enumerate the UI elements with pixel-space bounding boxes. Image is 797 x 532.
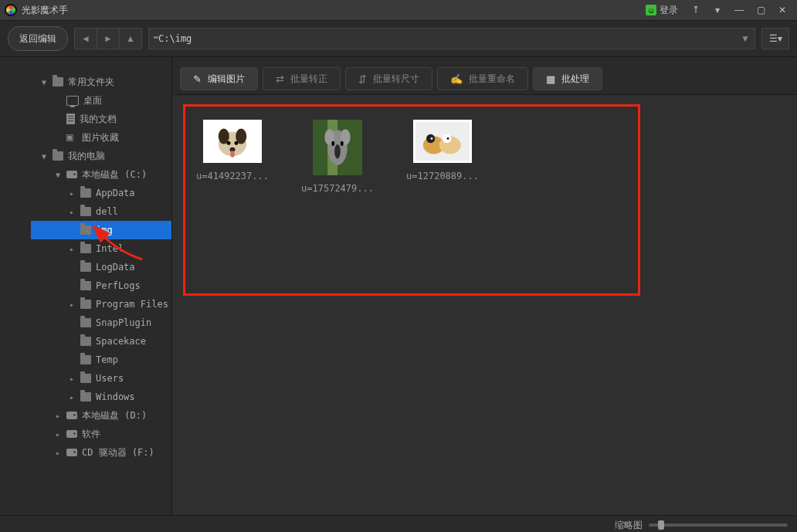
- status-bar: 缩略图: [0, 515, 797, 532]
- drive-icon: [66, 412, 77, 419]
- svg-point-7: [230, 151, 235, 158]
- thumbnail-area[interactable]: u=41492237...u=17572479...u=12720889...: [172, 95, 797, 515]
- tree-node-snapplugin[interactable]: SnapPlugin: [31, 313, 171, 332]
- thumbnail-caption: u=12720889...: [406, 171, 479, 181]
- tree-node-users[interactable]: ▸Users: [31, 369, 171, 388]
- tree-node-img[interactable]: img: [31, 221, 171, 239]
- tree-node-program-files[interactable]: ▸Program Files: [31, 295, 171, 313]
- tab-label: 批量转尺寸: [373, 73, 419, 86]
- tree-node-cd-f-[interactable]: ▸CD 驱动器 (F:): [31, 443, 171, 462]
- thumbnail-caption: u=41492237...: [196, 171, 269, 181]
- folder-icon: [80, 281, 91, 290]
- caret-collapsed-icon[interactable]: ▸: [68, 374, 76, 383]
- tree-label: Spacekace: [96, 336, 146, 347]
- caret-collapsed-icon[interactable]: ▸: [54, 412, 62, 420]
- caret-collapsed-icon[interactable]: ▸: [68, 393, 76, 402]
- thumbnail-caption: u=17572479...: [301, 183, 374, 194]
- folder-icon: [53, 151, 63, 161]
- caret-collapsed-icon[interactable]: ▸: [68, 208, 76, 216]
- tab-icon: ✎: [193, 73, 202, 85]
- login-label: 登录: [660, 4, 678, 17]
- tree-node-intel[interactable]: ▸Intel: [31, 239, 171, 258]
- tree-node--c-[interactable]: ▼本地磁盘 (C:): [31, 165, 171, 184]
- tab-label: 批量转正: [290, 73, 327, 86]
- thumbnail-item[interactable]: u=17572479...: [300, 120, 375, 194]
- tree-node-perflogs[interactable]: PerfLogs: [31, 276, 171, 295]
- tab-icon: ⇄: [276, 73, 284, 85]
- app-logo-icon: [5, 4, 17, 16]
- thumbnail-image: [313, 120, 362, 175]
- tree-label: SnapPlugin: [96, 317, 151, 328]
- tree-node--[interactable]: 我的文档: [31, 110, 171, 128]
- path-dropdown-icon[interactable]: ▼: [741, 33, 750, 44]
- tree-label: 图片收藏: [82, 131, 119, 144]
- svg-point-22: [447, 137, 449, 140]
- nav-up-button[interactable]: ▲: [120, 28, 142, 49]
- login-button[interactable]: ☺ 登录: [639, 4, 684, 17]
- caret-expanded-icon[interactable]: ▼: [40, 152, 48, 161]
- tree-label: dell: [96, 206, 118, 217]
- tree-node-windows[interactable]: ▸Windows: [31, 388, 171, 406]
- thumbnail-image: [413, 120, 472, 163]
- tree-node-appdata[interactable]: ▸AppData: [31, 184, 171, 202]
- tree-label: Users: [96, 373, 124, 384]
- tree-node--[interactable]: ▣图片收藏: [31, 128, 171, 147]
- caret-collapsed-icon[interactable]: ▸: [68, 245, 76, 253]
- tree-node--d-[interactable]: ▸本地磁盘 (D:): [31, 406, 171, 425]
- thumbnail-item[interactable]: u=41492237...: [195, 120, 270, 194]
- caret-collapsed-icon[interactable]: ▸: [54, 449, 62, 457]
- tree-label: img: [96, 225, 113, 236]
- back-to-edit-button[interactable]: 返回编辑: [8, 26, 68, 51]
- pin-button[interactable]: ⤒: [686, 2, 706, 18]
- nav-back-button[interactable]: ◄: [74, 28, 97, 49]
- tree-label: Windows: [96, 391, 135, 402]
- maximize-button[interactable]: ▢: [751, 2, 771, 18]
- caret-collapsed-icon[interactable]: ▸: [54, 430, 62, 439]
- close-button[interactable]: ✕: [772, 2, 792, 18]
- back-label: 返回编辑: [19, 32, 56, 46]
- tree-node-temp[interactable]: Temp: [31, 351, 171, 369]
- thumbnail-item[interactable]: u=12720889...: [405, 120, 480, 194]
- tab-批量重命名[interactable]: ✍批量重命名: [437, 67, 528, 90]
- thumbnail-size-slider[interactable]: [649, 524, 788, 527]
- drive-icon: [66, 449, 77, 456]
- tab-批量转正[interactable]: ⇄批量转正: [263, 67, 341, 90]
- nav-toolbar: 返回编辑 ◄ ► ▲ C:\img ▼ ☰▾: [0, 21, 797, 57]
- tree-node-spacekace[interactable]: Spacekace: [31, 332, 171, 351]
- tab-label: 编辑图片: [208, 73, 245, 86]
- path-bar[interactable]: C:\img ▼: [148, 28, 755, 49]
- nav-forward-button[interactable]: ►: [97, 28, 120, 49]
- tree-node--[interactable]: ▸软件: [31, 425, 171, 443]
- folder-icon: [80, 355, 91, 364]
- tree-node-logdata[interactable]: LogData: [31, 258, 171, 276]
- doc-icon: [66, 114, 75, 124]
- tree-label: Intel: [96, 243, 124, 254]
- tree-node--[interactable]: ▼常用文件夹: [31, 73, 171, 91]
- menu-dropdown-button[interactable]: ▾: [707, 2, 727, 18]
- thumbnail-image: [203, 120, 262, 163]
- caret-expanded-icon[interactable]: ▼: [54, 171, 62, 179]
- tree-node--[interactable]: ▼我的电脑: [31, 147, 171, 165]
- tree-node--[interactable]: 桌面: [31, 91, 171, 110]
- slider-knob-icon[interactable]: [658, 520, 664, 530]
- main-area: ▼常用文件夹桌面我的文档▣图片收藏▼我的电脑▼本地磁盘 (C:)▸AppData…: [0, 57, 797, 515]
- tree-label: Program Files: [96, 299, 168, 310]
- tab-批处理[interactable]: ▦批处理: [533, 67, 602, 90]
- tree-node-dell[interactable]: ▸dell: [31, 202, 171, 221]
- tab-批量转尺寸[interactable]: ⇵批量转尺寸: [345, 67, 432, 90]
- tree-label: 我的文档: [80, 113, 117, 126]
- view-options-button[interactable]: ☰▾: [761, 28, 789, 49]
- caret-expanded-icon[interactable]: ▼: [40, 78, 48, 86]
- star-icon: ▣: [66, 132, 77, 143]
- action-tab-bar: ✎编辑图片⇄批量转正⇵批量转尺寸✍批量重命名▦批处理: [172, 57, 797, 95]
- folder-icon: [80, 188, 91, 198]
- tree-label: AppData: [96, 188, 135, 198]
- minimize-button[interactable]: —: [729, 2, 749, 18]
- tab-编辑图片[interactable]: ✎编辑图片: [180, 67, 258, 90]
- caret-collapsed-icon[interactable]: ▸: [68, 300, 76, 309]
- caret-collapsed-icon[interactable]: ▸: [68, 189, 76, 198]
- drive-icon: [66, 171, 77, 178]
- drive-icon: [66, 430, 77, 438]
- tree-label: Temp: [96, 354, 118, 365]
- svg-point-4: [227, 141, 231, 145]
